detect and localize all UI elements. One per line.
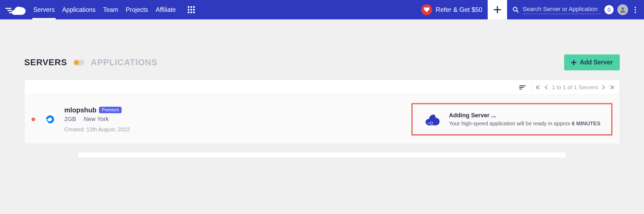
main-content: SERVERS APPLICATIONS Add Server	[0, 19, 644, 157]
server-size: 2GB	[64, 116, 76, 123]
next-page-icon[interactable]	[602, 85, 606, 90]
tab-servers[interactable]: SERVERS	[24, 57, 67, 67]
logo-container	[0, 0, 30, 19]
search-area: 0	[507, 0, 644, 19]
server-created: Created: 12th August, 2022	[64, 126, 411, 133]
prev-page-icon[interactable]	[544, 85, 548, 90]
refer-link[interactable]: Refer & Get $50	[416, 0, 488, 19]
search-count-badge: 0	[604, 5, 614, 14]
svg-point-7	[621, 7, 624, 10]
tab-applications[interactable]: APPLICATIONS	[91, 57, 157, 67]
search-input[interactable]	[523, 6, 601, 13]
adding-server-notice: Adding Server ... Your high-speed applic…	[411, 103, 613, 136]
svg-rect-2	[9, 12, 12, 13]
panel-toolbar: 1 to 1 of 1 Servers	[24, 80, 620, 95]
svg-rect-4	[494, 9, 501, 10]
server-location: New York	[84, 116, 109, 123]
last-page-icon[interactable]	[609, 85, 614, 90]
first-page-icon[interactable]	[536, 85, 540, 90]
toggle-knob	[74, 60, 79, 65]
svg-line-6	[516, 11, 518, 12]
status-dot	[31, 118, 35, 121]
divider	[532, 83, 532, 91]
more-menu[interactable]	[632, 7, 639, 13]
pagination: 1 to 1 of 1 Servers	[536, 84, 614, 91]
apps-menu[interactable]	[180, 0, 203, 19]
digitalocean-icon	[45, 115, 55, 124]
add-server-button[interactable]: Add Server	[564, 54, 620, 70]
server-name: mlopshub	[64, 106, 96, 114]
servers-panel: 1 to 1 of 1 Servers ml	[24, 80, 620, 144]
adding-subtitle: Your high-speed application will be read…	[449, 120, 600, 127]
plus-icon	[494, 6, 501, 13]
view-toggle[interactable]	[73, 60, 84, 65]
nav-projects[interactable]: Projects	[122, 0, 152, 19]
add-server-label: Add Server	[580, 59, 613, 66]
heart-icon	[421, 4, 432, 15]
page-info: 1 to 1 of 1 Servers	[552, 84, 598, 91]
main-nav: Servers Applications Team Projects Affil…	[30, 0, 180, 19]
server-row[interactable]: mlopshub Premium 2GB New York Created: 1…	[24, 95, 620, 144]
view-tabs: SERVERS APPLICATIONS	[24, 57, 157, 67]
main-header: Servers Applications Team Projects Affil…	[0, 0, 644, 19]
search-icon	[512, 6, 519, 13]
svg-point-5	[513, 7, 517, 11]
nav-affiliate[interactable]: Affiliate	[152, 0, 180, 19]
refer-text: Refer & Get $50	[436, 6, 482, 13]
svg-rect-10	[48, 121, 50, 123]
grid-icon	[188, 6, 195, 13]
nav-applications[interactable]: Applications	[58, 0, 99, 19]
provider-logo	[42, 111, 58, 128]
svg-rect-0	[5, 8, 11, 9]
cloudways-logo[interactable]	[5, 5, 26, 15]
server-info: mlopshub Premium 2GB New York Created: 1…	[64, 106, 411, 133]
person-icon	[620, 7, 626, 13]
cloud-icon	[423, 113, 440, 126]
sort-icon[interactable]	[519, 85, 529, 89]
svg-rect-11	[47, 120, 48, 122]
plus-icon	[571, 60, 576, 65]
page-header: SERVERS APPLICATIONS Add Server	[24, 54, 620, 70]
user-avatar[interactable]	[617, 4, 628, 15]
premium-badge: Premium	[99, 107, 122, 113]
nav-team[interactable]: Team	[99, 0, 122, 19]
adding-title: Adding Server ...	[449, 112, 600, 119]
svg-rect-1	[8, 10, 12, 11]
nav-servers[interactable]: Servers	[30, 0, 58, 19]
secondary-panel	[78, 152, 566, 157]
svg-rect-9	[571, 62, 576, 63]
add-button[interactable]	[488, 0, 507, 19]
